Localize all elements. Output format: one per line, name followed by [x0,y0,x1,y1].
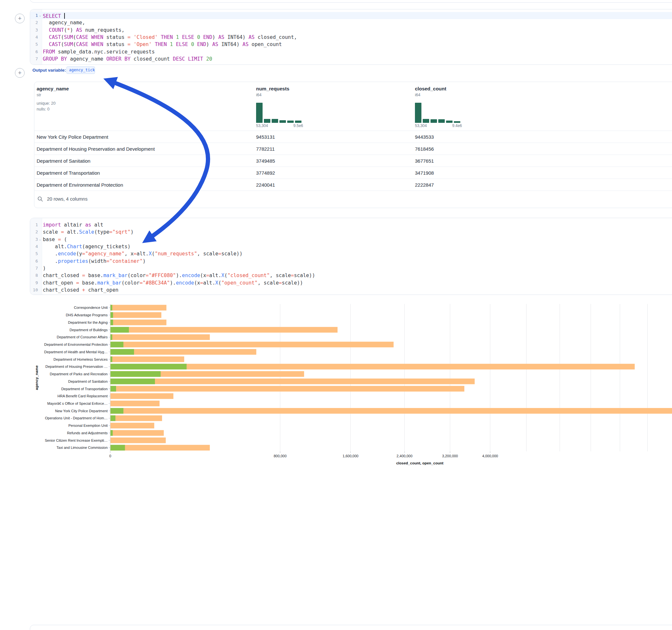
column-stat-unique: unique: 20 [37,101,55,106]
sql-code: 1⌄SELECT 2 agency_name,3 COUNT(*) AS num… [30,12,672,63]
table-cell: 7782211 [256,143,274,155]
add-cell-button[interactable]: + [15,68,25,78]
table-row[interactable]: Department of Environmental Protection22… [34,179,672,191]
output-variable-label: Output variable: [32,68,66,73]
code-text: chart_closed = base.mark_bar(color="#FFC… [42,272,315,279]
y-axis-label: Department of Homeless Services [53,358,107,361]
code-text: base = ( [42,236,67,243]
table-cell: 3471908 [415,167,434,179]
column-header-closed-count[interactable]: closed_count [415,86,447,91]
y-axis-label: Department of Housing Preservation … [45,365,107,368]
line-number: 8 [30,272,38,279]
column-header-num-requests[interactable]: num_requests [256,86,289,91]
line-number: 5 [30,41,38,48]
bar-closed_count [111,327,338,333]
code-line: 2scale = alt.Scale(type="sqrt") [30,228,672,236]
code-text: chart_closed + chart_open [42,287,118,294]
table-cell: New York City Police Department [37,131,108,143]
code-text: .encode(y="agency_name", x=alt.X("num_re… [42,250,242,257]
table-row[interactable]: New York City Police Department945313194… [34,131,672,143]
table-cell: 2222847 [415,179,434,191]
fold-spacer [38,27,42,34]
bar-open_count [111,349,134,355]
code-line: 6FROM sample_data.nyc.service_requests [30,48,672,55]
bar-open_count [111,408,123,414]
bar-closed_count [111,437,166,443]
line-number: 7 [30,265,38,272]
python-code: 1import altair as alt2scale = alt.Scale(… [30,221,672,294]
code-text: chart_open = base.mark_bar(color="#8BC34… [42,280,303,287]
table-footer: 20 rows, 4 columns [37,196,88,202]
add-cell-button[interactable]: + [15,14,25,23]
bar-open_count [111,445,125,451]
fold-spacer [38,19,42,26]
bar-open_count [111,364,187,370]
python-cell-editor[interactable]: 1import altair as alt2scale = alt.Scale(… [30,218,672,295]
histogram-bar [264,119,270,123]
table-cell: 2240041 [256,179,275,191]
bar-open_count [111,430,113,436]
code-text: import altair as alt [42,221,103,228]
fold-spacer [38,287,42,294]
y-axis-label: Correspondence Unit [74,306,107,310]
x-axis-label: 1,600,000 [343,454,359,458]
output-variable-chip[interactable]: agency_tickets [67,67,95,74]
x-axis-label: 4,000,000 [482,454,498,458]
y-axis-label: Operations Unit - Department of Hom… [45,416,107,420]
table-cell: 9443533 [415,131,434,143]
bar-open_count [111,305,113,311]
code-text: alt.Chart(agency_tickets) [42,243,130,250]
y-axis-label: Department of Buildings [70,328,108,332]
fold-spacer [38,55,42,63]
histogram-bar [446,121,453,123]
search-icon[interactable] [37,196,43,202]
code-line: 3⌄base = ( [30,236,672,243]
sql-cell-editor[interactable]: 1⌄SELECT 2 agency_name,3 COUNT(*) AS num… [30,9,672,65]
histogram-bar [431,119,437,123]
code-text: .properties(width="container") [42,258,146,265]
table-cell: Department of Housing Preservation and D… [37,143,154,155]
column-header-agency-name[interactable]: agency_name [37,86,69,91]
fold-chevron-icon[interactable]: ⌄ [38,12,42,19]
x-axis-label: 0 [109,454,111,458]
table-row[interactable]: Department of Housing Preservation and D… [34,143,672,155]
column-type: i64 [256,93,262,97]
table-row[interactable]: Department of Sanitation37494853677651 [34,155,672,167]
fold-spacer [38,258,42,265]
histogram-bar [287,121,294,123]
next-cell-top-edge [30,625,672,630]
sql-result-table: agency_name str unique: 20 nulls: 0 num_… [34,82,672,208]
line-number: 9 [30,280,38,287]
x-axis-title: closed_count, open_count [396,461,443,465]
code-text: GROUP BY agency_name ORDER BY closed_cou… [42,55,212,63]
table-cell: 3774892 [256,167,275,179]
table-cell: 9453131 [256,131,275,143]
bar-open_count [111,327,129,333]
code-line: 2 agency_name, [30,19,672,26]
code-line: 1import altair as alt [30,221,672,228]
line-number: 5 [30,250,38,257]
table-cell: Department of Transportation [37,167,100,179]
previous-cell-bottom-edge [30,0,672,3]
bar-open_count [111,386,116,392]
table-row[interactable]: Department of Transportation377489234719… [34,167,672,179]
fold-spacer [38,221,42,228]
code-line: 5 .encode(y="agency_name", x=alt.X("num_… [30,250,672,257]
y-axis-label: Department of Sanitation [68,380,107,383]
bar-closed_count [111,305,167,311]
bar-open_count [111,335,113,340]
fold-chevron-icon[interactable]: ⌄ [38,236,42,243]
code-line: 10chart_closed + chart_open [30,287,672,294]
fold-spacer [38,41,42,48]
y-axis-label: Department of Parks and Recreation [50,372,107,376]
y-axis-label: Department of Consumer Affairs [57,335,107,339]
code-text: CAST(SUM(CASE WHEN status = 'Closed' THE… [42,34,297,41]
code-text: SELECT [42,12,65,19]
line-number: 4 [30,34,38,41]
histogram-bar [272,119,278,123]
y-axis-label: HRA Benefit Card Replacement [57,394,107,398]
fold-spacer [38,34,42,41]
fold-spacer [38,280,42,287]
histogram-bar [295,121,302,123]
table-cell: 7618456 [415,143,434,155]
